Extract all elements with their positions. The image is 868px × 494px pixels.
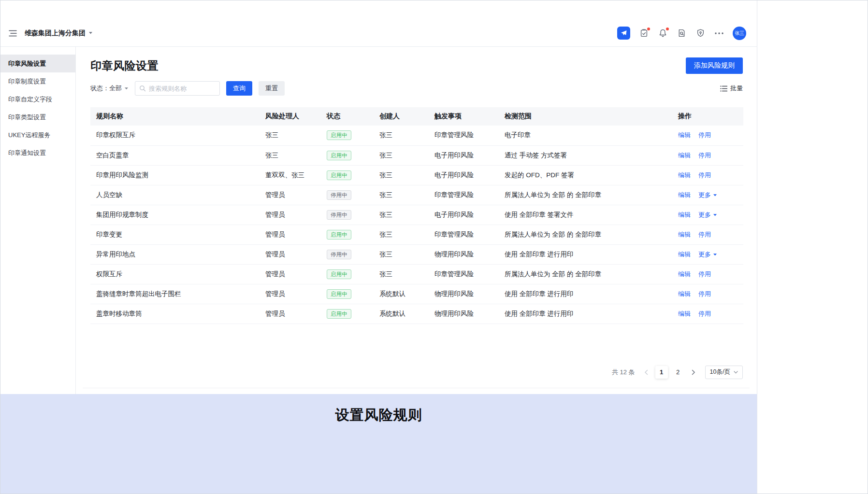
edit-link[interactable]: 编辑 (678, 191, 691, 199)
actions-cell: 编辑停用 (678, 304, 743, 324)
edit-link[interactable]: 编辑 (678, 270, 691, 279)
edit-link[interactable]: 编辑 (678, 171, 691, 180)
sidebar-item[interactable]: UKEY远程服务 (0, 126, 75, 144)
reset-button[interactable]: 重置 (259, 81, 285, 96)
trigger-cell: 电子用印风险 (434, 145, 505, 165)
page-number[interactable]: 2 (672, 366, 684, 379)
add-rule-button[interactable]: 添加风险规则 (686, 57, 743, 74)
batch-list-icon (720, 85, 727, 92)
table-row: 异常用印地点管理员停用中张三物理用印风险使用 全部印章 进行用印编辑更多 (90, 244, 743, 264)
sidebar-item[interactable]: 印章类型设置 (0, 108, 75, 126)
menu-toggle-icon[interactable] (7, 28, 18, 39)
actions-group: 编辑更多 (678, 211, 743, 219)
actions-group: 编辑更多 (678, 191, 743, 199)
app-body: 印章风险设置印章制度设置印章自定义字段印章类型设置UKEY远程服务印章通知设置 … (0, 47, 757, 394)
status-badge: 停用中 (327, 190, 351, 200)
table-row: 权限互斥管理员启用中张三印章管理风险所属法人单位为 全部 的 全部印章编辑停用 (90, 264, 743, 284)
status-badge: 启用中 (327, 269, 351, 279)
status-badge: 启用中 (327, 230, 351, 240)
actions-group: 编辑停用 (678, 230, 743, 239)
scope-cell: 通过 手动签 方式签署 (505, 145, 678, 165)
status-badge: 启用中 (327, 151, 351, 160)
batch-toggle[interactable]: 批量 (720, 84, 743, 93)
sidebar-item[interactable]: 印章通知设置 (0, 144, 75, 162)
topbar: 维森集团上海分集团 (0, 0, 757, 47)
disable-link[interactable]: 停用 (698, 310, 711, 318)
more-ellipsis-icon[interactable] (714, 28, 724, 39)
rule-name-cell: 权限互斥 (90, 264, 265, 284)
column-header: 规则名称 (90, 107, 265, 126)
pagination: 共 12 条 12 10条/页 (90, 366, 743, 379)
status-cell: 停用中 (327, 244, 379, 264)
chevron-down-icon (713, 253, 717, 256)
status-cell: 停用中 (327, 185, 379, 205)
edit-link[interactable]: 编辑 (678, 211, 691, 219)
sidebar: 印章风险设置印章制度设置印章自定义字段印章类型设置UKEY远程服务印章通知设置 (0, 47, 76, 394)
status-badge: 启用中 (327, 170, 351, 180)
status-badge: 停用中 (327, 250, 351, 259)
notifications-bell-icon[interactable] (657, 28, 668, 39)
status-badge: 启用中 (327, 309, 351, 319)
edit-link[interactable]: 编辑 (678, 310, 691, 318)
chevron-down-icon (124, 87, 129, 90)
disable-link[interactable]: 停用 (698, 270, 711, 279)
handler-cell: 管理员 (265, 225, 327, 244)
edit-link[interactable]: 编辑 (678, 131, 691, 140)
edit-link[interactable]: 编辑 (678, 250, 691, 259)
sidebar-item[interactable]: 印章制度设置 (0, 72, 75, 90)
more-dropdown-link[interactable]: 更多 (698, 191, 717, 199)
column-header: 操作 (678, 107, 743, 126)
sidebar-item[interactable]: 印章风险设置 (0, 55, 75, 72)
table-row: 印章权限互斥张三启用中张三印章管理风险电子印章编辑停用 (90, 126, 743, 145)
trigger-cell: 电子用印风险 (434, 205, 505, 225)
handler-cell: 管理员 (265, 284, 327, 304)
creator-cell: 张三 (379, 264, 434, 284)
edit-link[interactable]: 编辑 (678, 151, 691, 160)
trigger-cell: 印章管理风险 (434, 185, 505, 205)
org-switcher[interactable]: 维森集团上海分集团 (25, 29, 93, 38)
actions-cell: 编辑停用 (678, 165, 743, 185)
query-button[interactable]: 查询 (226, 81, 252, 96)
creator-cell: 张三 (379, 165, 434, 185)
actions-cell: 编辑停用 (678, 126, 743, 145)
topbar-left: 维森集团上海分集团 (7, 28, 93, 39)
actions-group: 编辑停用 (678, 131, 743, 140)
status-filter-dropdown[interactable]: 状态：全部 (90, 84, 129, 93)
section-divider (83, 388, 750, 388)
more-dropdown-link[interactable]: 更多 (698, 250, 717, 259)
disable-link[interactable]: 停用 (698, 171, 711, 180)
handler-cell: 管理员 (265, 244, 327, 264)
handler-cell: 管理员 (265, 205, 327, 225)
disable-link[interactable]: 停用 (698, 290, 711, 298)
disable-link[interactable]: 停用 (698, 230, 711, 239)
handler-cell: 张三 (265, 126, 327, 145)
table-header-row: 规则名称风险处理人状态创建人触发事项检测范围操作 (90, 107, 743, 126)
scope-cell: 使用 全部印章 进行用印 (505, 244, 678, 264)
disable-link[interactable]: 停用 (698, 151, 711, 160)
tasks-icon[interactable] (638, 28, 649, 39)
shield-icon[interactable] (695, 28, 706, 39)
prev-page-icon[interactable] (642, 366, 651, 379)
edit-link[interactable]: 编辑 (678, 290, 691, 298)
edit-link[interactable]: 编辑 (678, 230, 691, 239)
page-title: 印章风险设置 (90, 58, 159, 73)
column-header: 创建人 (379, 107, 434, 126)
send-icon[interactable] (617, 27, 630, 40)
actions-group: 编辑更多 (678, 250, 743, 259)
more-dropdown-link[interactable]: 更多 (698, 211, 717, 219)
file-search-icon[interactable] (676, 28, 687, 39)
disable-link[interactable]: 停用 (698, 131, 711, 140)
notification-dot (647, 28, 650, 30)
avatar[interactable]: 张三 (733, 27, 746, 40)
rule-name-cell: 集团用印规章制度 (90, 205, 265, 225)
page-size-select[interactable]: 10条/页 (705, 366, 743, 379)
rule-name-cell: 印章变更 (90, 225, 265, 244)
page-number[interactable]: 1 (655, 366, 668, 379)
sidebar-item[interactable]: 印章自定义字段 (0, 90, 75, 108)
total-count: 共 12 条 (612, 368, 635, 377)
actions-group: 编辑停用 (678, 171, 743, 180)
search-input[interactable] (149, 85, 216, 92)
status-cell: 启用中 (327, 284, 379, 304)
rule-name-cell: 空白页盖章 (90, 145, 265, 165)
next-page-icon[interactable] (689, 366, 698, 379)
